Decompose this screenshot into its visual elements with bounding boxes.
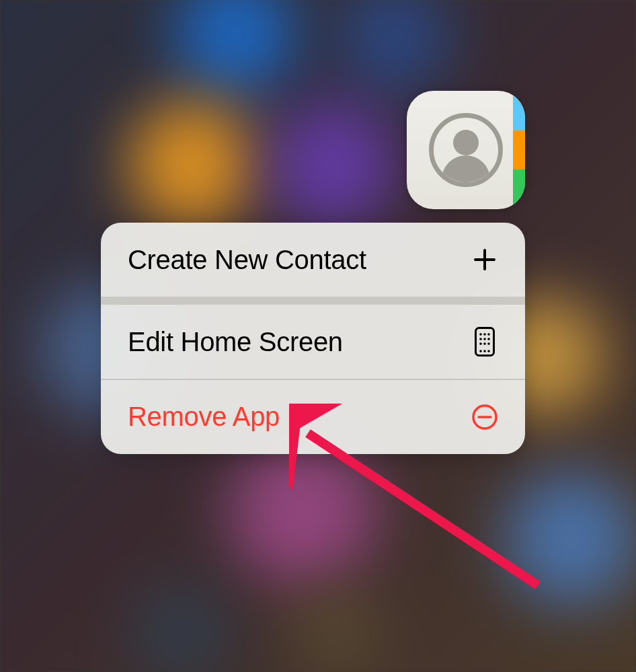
- minus-circle-icon: [471, 404, 498, 431]
- svg-point-7: [479, 342, 482, 345]
- background-blur-blob: [175, 0, 296, 94]
- contact-silhouette-icon: [429, 113, 503, 187]
- svg-point-12: [487, 350, 490, 352]
- plus-icon: [471, 246, 498, 273]
- menu-item-label: Edit Home Screen: [128, 327, 343, 357]
- svg-point-1: [479, 333, 482, 336]
- background-blur-blob: [289, 585, 383, 672]
- menu-item-label: Remove App: [128, 402, 280, 432]
- background-blur-blob: [229, 437, 376, 585]
- svg-point-5: [483, 338, 486, 340]
- background-blur-blob: [269, 101, 397, 229]
- menu-separator-thick: [101, 297, 525, 305]
- create-new-contact-button[interactable]: Create New Contact: [101, 223, 525, 297]
- menu-item-label: Create New Contact: [128, 245, 366, 275]
- background-blur-blob: [336, 0, 450, 94]
- svg-point-11: [483, 350, 486, 352]
- phone-grid-icon: [471, 328, 498, 355]
- svg-point-8: [483, 342, 486, 345]
- svg-point-10: [479, 350, 482, 352]
- app-context-menu: Create New Contact Edit Home Screen: [101, 223, 525, 454]
- silhouette-body: [442, 155, 490, 187]
- svg-point-9: [487, 342, 490, 345]
- silhouette-head: [453, 130, 479, 155]
- contacts-icon-tabs: [513, 91, 525, 209]
- background-blur-blob: [504, 471, 636, 605]
- remove-app-button[interactable]: Remove App: [101, 380, 525, 454]
- edit-home-screen-button[interactable]: Edit Home Screen: [101, 305, 525, 379]
- svg-point-6: [487, 338, 490, 340]
- background-blur-blob: [128, 101, 255, 229]
- svg-point-4: [479, 338, 482, 340]
- svg-point-2: [483, 333, 486, 336]
- background-blur-blob: [134, 585, 229, 672]
- contacts-app-icon[interactable]: [407, 91, 525, 209]
- contacts-tab-orange: [513, 130, 525, 170]
- svg-point-3: [487, 333, 490, 336]
